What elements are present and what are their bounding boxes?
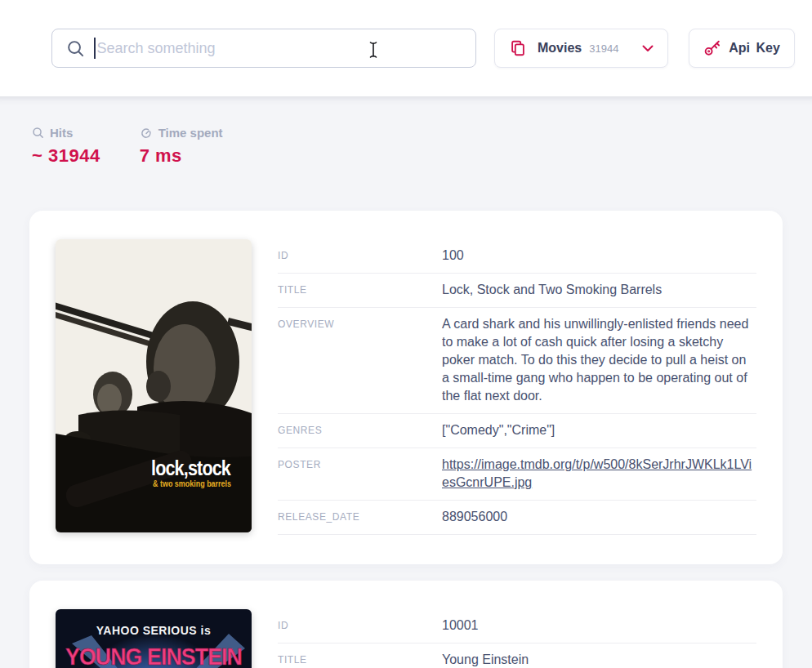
field-label: ID <box>278 617 442 635</box>
timer-icon <box>140 127 158 140</box>
field-value: Lock, Stock and Two Smoking Barrels <box>442 281 756 299</box>
api-key-label: Api Key <box>729 41 780 56</box>
field-label: RELEASE_DATE <box>278 508 442 526</box>
search-icon <box>32 127 50 139</box>
field-label: TITLE <box>278 651 442 668</box>
time-spent-label: Time spent <box>158 126 223 140</box>
hits-value: ~ 31944 <box>32 145 100 167</box>
poster-tagline-text: YAHOO SERIOUS is <box>96 624 212 637</box>
field-label: POSTER <box>278 456 442 492</box>
field-row-title: TITLE Lock, Stock and Two Smoking Barrel… <box>278 274 756 308</box>
field-row-id: ID 10001 <box>278 609 756 644</box>
results-area: Hits ~ 31944 Time spent 7 ms <box>0 96 812 668</box>
field-label: GENRES <box>278 421 442 439</box>
field-value: ["Comedy","Crime"] <box>442 421 756 439</box>
documents-icon <box>509 39 527 57</box>
time-spent-value: 7 ms <box>140 145 223 167</box>
document-fields: ID 10001 TITLE Young Einstein OVERVIEW A… <box>278 609 756 668</box>
movie-poster-image: YAHOO SERIOUS is YOUNG EINSTEIN <box>56 609 252 668</box>
chevron-down-icon <box>642 45 654 52</box>
field-value: Young Einstein <box>442 651 756 668</box>
field-row-id: ID 100 <box>278 239 756 274</box>
header: Movies 31944 Api Key <box>0 0 812 96</box>
field-value: 10001 <box>442 617 756 635</box>
index-selector[interactable]: Movies 31944 <box>494 29 668 68</box>
result-card: YAHOO SERIOUS is YOUNG EINSTEIN ID 10001… <box>29 581 783 668</box>
poster-url-link[interactable]: https://image.tmdb.org/t/p/w500/8kSerJrh… <box>442 456 756 492</box>
stats-bar: Hits ~ 31944 Time spent 7 ms <box>29 126 783 167</box>
meilisearch-mini-dashboard: { "colors": { "accent": "#d0114d", "text… <box>0 0 812 668</box>
hits-label: Hits <box>50 126 73 140</box>
api-key-button[interactable]: Api Key <box>689 29 795 68</box>
field-value: 100 <box>442 247 756 265</box>
field-value: A card shark and his unwillingly-enliste… <box>442 315 756 405</box>
field-row-poster: POSTER https://image.tmdb.org/t/p/w500/8… <box>278 448 756 501</box>
time-spent-stat: Time spent 7 ms <box>140 126 223 167</box>
search-icon <box>66 39 85 58</box>
index-name: Movies <box>538 41 582 56</box>
result-card: lock,stock & two smoking barrels ID 100 … <box>29 211 783 564</box>
index-count: 31944 <box>589 42 642 55</box>
field-value: 889056000 <box>442 508 756 526</box>
field-label: ID <box>278 247 442 265</box>
field-row-title: TITLE Young Einstein <box>278 644 756 668</box>
poster-title-text: lock,stock <box>151 456 231 480</box>
search-box[interactable] <box>51 29 476 68</box>
field-label: TITLE <box>278 281 442 299</box>
poster-title-text: YOUNG EINSTEIN <box>65 643 242 668</box>
movie-poster-image: lock,stock & two smoking barrels <box>56 239 252 532</box>
poster-subtitle-text: & two smoking barrels <box>153 479 231 488</box>
field-label: OVERVIEW <box>278 315 442 405</box>
search-input[interactable] <box>96 29 476 67</box>
field-row-overview: OVERVIEW A card shark and his unwillingl… <box>278 308 756 414</box>
results-list: lock,stock & two smoking barrels ID 100 … <box>29 211 783 668</box>
hits-stat: Hits ~ 31944 <box>32 126 100 167</box>
field-row-genres: GENRES ["Comedy","Crime"] <box>278 414 756 448</box>
document-fields: ID 100 TITLE Lock, Stock and Two Smoking… <box>278 239 756 535</box>
field-row-release-date: RELEASE_DATE 889056000 <box>278 501 756 535</box>
key-icon <box>703 39 721 57</box>
